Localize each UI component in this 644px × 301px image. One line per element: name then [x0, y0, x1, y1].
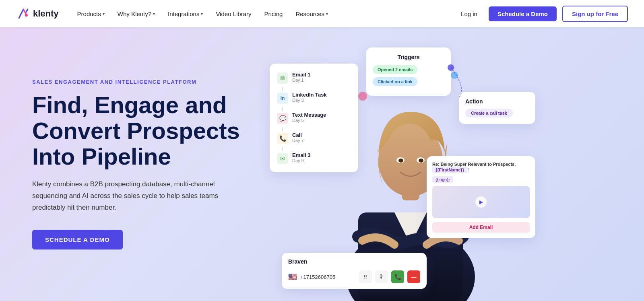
call-icon: 📞 [277, 133, 288, 144]
decorative-dot [394, 249, 406, 261]
play-button[interactable]: ▶ [475, 196, 487, 208]
action-card: Action Create a call task [459, 92, 535, 124]
sequence-item-linkedin: in LinkedIn Task Day 3 [277, 92, 351, 104]
call-end-button[interactable]: — [407, 270, 420, 283]
seq-day: Day 5 [292, 118, 326, 123]
seq-label: Email 1 [292, 72, 311, 78]
connector-lines [262, 27, 644, 301]
phone-action-buttons: ⠿ 🎙 📞 — [359, 270, 420, 283]
svg-point-10 [448, 64, 454, 71]
action-title: Action [465, 98, 529, 105]
seq-connector [282, 147, 283, 151]
hero-description: Klenty combines a B2B prospecting databa… [32, 179, 242, 214]
email-icon: ✉ [277, 72, 288, 84]
logo-token: {{logo}} [432, 176, 453, 183]
nav-video-library[interactable]: Video Library [210, 7, 257, 21]
signup-button[interactable]: Sign up for Free [562, 6, 628, 22]
trigger-badge-emails: Opened 2 emails [373, 65, 417, 74]
sequence-item-call: 📞 Call Day 7 [277, 132, 351, 144]
svg-point-0 [25, 14, 28, 16]
svg-point-9 [419, 159, 423, 163]
decorative-dot [350, 80, 356, 85]
hero-cta-button[interactable]: SCHEDULE A DEMO [32, 230, 123, 249]
add-email-button[interactable]: Add Email [432, 222, 530, 233]
phone-number: +17152606705 [300, 274, 356, 280]
login-button[interactable]: Log in [455, 7, 483, 21]
chevron-down-icon: ▾ [153, 12, 155, 16]
linkedin-icon: in [277, 93, 288, 104]
logo[interactable]: klenty [16, 6, 59, 21]
nav-pricing[interactable]: Pricing [259, 7, 289, 21]
navbar: klenty Products ▾ Why Klenty? ▾ Integrat… [0, 0, 644, 27]
hero-section: Sales Engagement and Intelligence Platfo… [0, 27, 644, 301]
microphone-button[interactable]: 🎙 [375, 270, 388, 283]
phone-row: 🇺🇸 +17152606705 ⠿ 🎙 📞 — [288, 270, 420, 283]
nav-links: Products ▾ Why Klenty? ▾ Integrations ▾ … [72, 7, 455, 21]
seq-connector [282, 107, 283, 111]
action-badge: Create a call task [465, 109, 513, 118]
svg-rect-2 [358, 212, 463, 301]
seq-label: Email 3 [292, 152, 311, 158]
triggers-card: Triggers Opened 2 emails Clicked on a li… [366, 47, 451, 96]
seq-connector [282, 87, 283, 91]
decorative-dot [511, 172, 518, 179]
triggers-title: Triggers [373, 54, 444, 60]
svg-point-5 [378, 124, 443, 196]
logo-icon [16, 6, 31, 21]
svg-point-7 [417, 157, 425, 163]
trigger-badge-link: Clicked on a link [373, 77, 417, 86]
svg-point-6 [396, 157, 405, 163]
seq-label: LinkedIn Task [292, 92, 327, 98]
flag-icon: 🇺🇸 [288, 272, 297, 281]
email-template-card: Re: Being Super Relevant to Prospects, {… [427, 156, 535, 238]
schedule-demo-button[interactable]: Schedule a Demo [489, 6, 557, 21]
email-thumbnail: ▶ [432, 186, 530, 218]
dialpad-button[interactable]: ⠿ [359, 270, 372, 283]
chevron-down-icon: ▾ [103, 12, 105, 16]
svg-marker-3 [394, 212, 427, 245]
decorative-dot [451, 72, 458, 79]
seq-label: Call [292, 132, 304, 138]
firstname-token: {{FirstName}} [432, 167, 467, 173]
logo-text: klenty [33, 8, 59, 19]
seq-label: Text Message [292, 112, 326, 118]
email-icon: ✉ [277, 153, 288, 164]
chevron-down-icon: ▾ [201, 12, 203, 16]
nav-integrations[interactable]: Integrations ▾ [162, 7, 208, 21]
hero-title: Find, Engage and Convert Prospects Into … [32, 92, 242, 169]
hero-tag: Sales Engagement and Intelligence Platfo… [32, 79, 242, 85]
nav-resources[interactable]: Resources ▾ [290, 7, 334, 21]
nav-right-actions: Log in Schedule a Demo Sign up for Free [455, 6, 628, 22]
sms-icon: 💬 [277, 113, 288, 124]
svg-point-8 [398, 159, 403, 163]
email-subject: Re: Being Super Relevant to Prospects, {… [432, 162, 530, 173]
decorative-dot [358, 92, 367, 101]
sequence-item-email1: ✉ Email 1 Day 1 [277, 72, 351, 84]
svg-point-1 [346, 229, 475, 301]
seq-day: Day 9 [292, 158, 311, 163]
svg-rect-4 [402, 176, 419, 200]
nav-products[interactable]: Products ▾ [72, 7, 110, 21]
hero-content: Sales Engagement and Intelligence Platfo… [0, 79, 274, 249]
nav-why-klenty[interactable]: Why Klenty? ▾ [112, 7, 161, 21]
call-accept-button[interactable]: 📞 [391, 270, 404, 283]
seq-day: Day 3 [292, 98, 327, 103]
phone-dialer-card: Braven 🇺🇸 +17152606705 ⠿ 🎙 📞 — [282, 253, 427, 289]
sequence-item-sms: 💬 Text Message Day 5 [277, 112, 351, 124]
sequence-item-email3: ✉ Email 3 Day 9 [277, 152, 351, 164]
seq-day: Day 1 [292, 78, 311, 82]
hero-visuals: ✉ Email 1 Day 1 in LinkedIn Task Day 3 💬 [262, 27, 644, 301]
seq-day: Day 7 [292, 138, 304, 143]
chevron-down-icon: ▾ [326, 12, 328, 16]
sequence-card: ✉ Email 1 Day 1 in LinkedIn Task Day 3 💬 [270, 64, 358, 172]
seq-connector [282, 127, 283, 131]
